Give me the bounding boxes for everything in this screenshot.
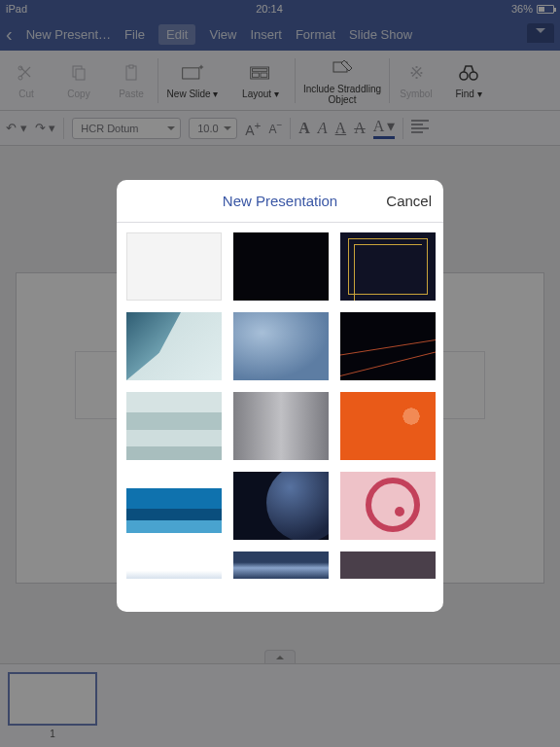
increase-font-button[interactable]: A+ bbox=[245, 119, 261, 138]
thumbnail-number: 1 bbox=[50, 729, 55, 739]
find-label: Find ▾ bbox=[455, 89, 481, 99]
copy-label: Copy bbox=[67, 89, 89, 99]
strike-button[interactable]: A bbox=[354, 120, 366, 137]
separator bbox=[402, 118, 403, 139]
symbol-button[interactable]: ※ Symbol bbox=[390, 61, 442, 99]
svg-rect-10 bbox=[261, 73, 267, 77]
new-presentation-modal: New Presentation Cancel bbox=[117, 180, 443, 612]
menu-bar: ‹ New Present… File Edit View Insert For… bbox=[0, 18, 560, 51]
paste-label: Paste bbox=[119, 89, 144, 99]
menu-edit[interactable]: Edit bbox=[158, 24, 195, 45]
template-teal-stripes[interactable] bbox=[126, 392, 222, 460]
symbol-icon: ※ bbox=[404, 61, 428, 85]
symbol-label: Symbol bbox=[400, 89, 432, 99]
template-plum[interactable] bbox=[340, 551, 436, 579]
expand-tab-button[interactable] bbox=[264, 650, 296, 663]
new-slide-button[interactable]: New Slide ▾ bbox=[158, 61, 227, 99]
include-straddling-label: Include Straddling Object bbox=[296, 84, 389, 105]
cancel-button[interactable]: Cancel bbox=[386, 193, 432, 209]
modal-title: New Presentation bbox=[223, 193, 337, 209]
menu-insert[interactable]: Insert bbox=[250, 27, 282, 42]
document-title[interactable]: New Present… bbox=[26, 27, 111, 42]
template-blue-bars[interactable] bbox=[126, 472, 222, 540]
ribbon-collapse-button[interactable] bbox=[527, 23, 554, 43]
find-button[interactable]: Find ▾ bbox=[442, 61, 495, 99]
template-teal-geometric[interactable] bbox=[126, 312, 222, 380]
include-straddling-button[interactable]: Include Straddling Object bbox=[296, 56, 389, 105]
menu-format[interactable]: Format bbox=[296, 27, 335, 42]
copy-button[interactable]: Copy bbox=[52, 61, 105, 99]
template-orange[interactable] bbox=[340, 392, 436, 460]
italic-button[interactable]: A bbox=[318, 120, 328, 137]
thumbnail-preview bbox=[8, 672, 97, 726]
template-gold-frame[interactable] bbox=[340, 232, 436, 301]
svg-rect-3 bbox=[76, 69, 85, 80]
redo-button[interactable]: ↷ ▾ bbox=[35, 121, 56, 135]
underline-button[interactable]: A bbox=[335, 120, 347, 137]
svg-point-12 bbox=[460, 72, 468, 80]
template-blue-gradient[interactable] bbox=[233, 312, 329, 380]
scissors-icon bbox=[15, 61, 38, 85]
status-bar: iPad 20:14 36% bbox=[0, 0, 560, 18]
separator bbox=[63, 118, 64, 139]
svg-rect-6 bbox=[183, 68, 199, 79]
slide-thumbnail[interactable]: 1 bbox=[8, 672, 97, 739]
copy-icon bbox=[67, 61, 90, 85]
menu-view[interactable]: View bbox=[209, 27, 236, 42]
decrease-font-button[interactable]: A− bbox=[268, 120, 282, 136]
layout-icon bbox=[249, 61, 272, 85]
template-light[interactable] bbox=[126, 551, 222, 579]
carrier-label: iPad bbox=[6, 3, 27, 15]
back-button[interactable]: ‹ bbox=[6, 23, 13, 46]
template-grid[interactable] bbox=[117, 223, 443, 612]
font-color-button[interactable]: A ▾ bbox=[373, 117, 396, 139]
svg-rect-8 bbox=[252, 69, 266, 72]
template-black[interactable] bbox=[233, 232, 329, 301]
paste-button[interactable]: Paste bbox=[105, 61, 158, 99]
cut-button[interactable]: Cut bbox=[0, 61, 52, 99]
svg-point-13 bbox=[470, 72, 477, 80]
align-button[interactable] bbox=[411, 120, 429, 136]
new-slide-label: New Slide ▾ bbox=[167, 89, 219, 99]
bold-button[interactable]: A bbox=[298, 120, 310, 137]
cut-label: Cut bbox=[18, 89, 34, 99]
undo-button[interactable]: ↶ ▾ bbox=[6, 121, 27, 135]
font-select[interactable]: HCR Dotum bbox=[72, 118, 181, 139]
font-size-select[interactable]: 10.0 bbox=[189, 118, 237, 139]
svg-rect-5 bbox=[129, 65, 133, 68]
template-dark-sphere[interactable] bbox=[233, 472, 329, 540]
new-slide-icon bbox=[181, 61, 204, 85]
straddling-icon bbox=[331, 56, 354, 80]
template-pink-circle[interactable] bbox=[340, 472, 436, 540]
layout-label: Layout ▾ bbox=[242, 89, 279, 99]
binoculars-icon bbox=[457, 61, 480, 85]
format-bar: ↶ ▾ ↷ ▾ HCR Dotum 10.0 A+ A− A A A A A ▾ bbox=[0, 111, 560, 146]
thumbnail-bar: 1 bbox=[0, 663, 560, 747]
svg-rect-9 bbox=[252, 73, 259, 77]
toolbar: Cut Copy Paste New Slide ▾ Layout ▾ Incl… bbox=[0, 51, 560, 111]
menu-slideshow[interactable]: Slide Show bbox=[349, 27, 412, 42]
template-blue-curve[interactable] bbox=[233, 551, 329, 579]
clock: 20:14 bbox=[256, 3, 283, 15]
template-gray-gradient[interactable] bbox=[233, 392, 329, 460]
separator bbox=[290, 118, 291, 139]
menu-file[interactable]: File bbox=[124, 27, 145, 42]
layout-button[interactable]: Layout ▾ bbox=[227, 61, 295, 99]
template-blank[interactable] bbox=[126, 232, 222, 301]
clipboard-icon bbox=[120, 61, 143, 85]
battery-group: 36% bbox=[511, 3, 554, 15]
template-dark-lines[interactable] bbox=[340, 312, 436, 380]
battery-icon bbox=[537, 5, 554, 14]
modal-header: New Presentation Cancel bbox=[117, 180, 443, 223]
battery-percent: 36% bbox=[511, 3, 533, 15]
